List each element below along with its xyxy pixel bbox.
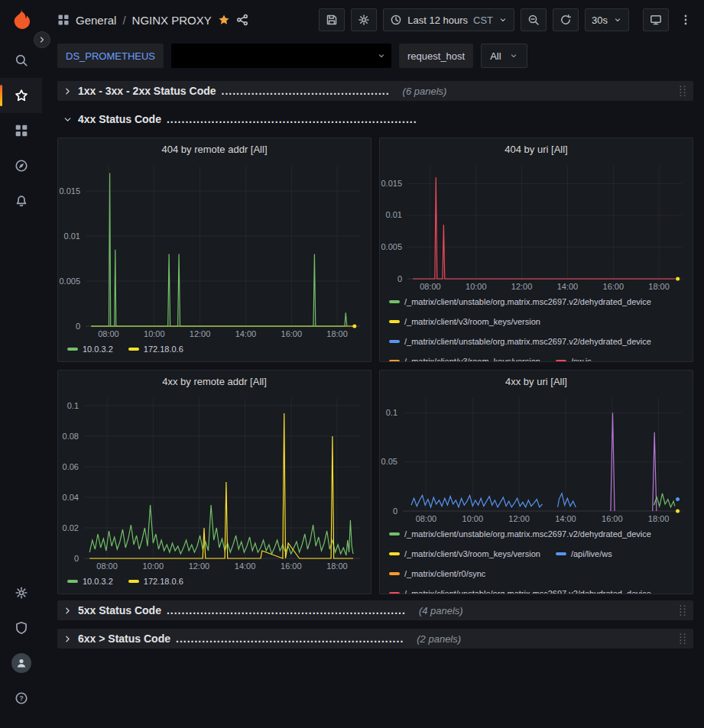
sidebar-expand-button[interactable] (34, 31, 50, 48)
sidebar-nav (0, 43, 42, 218)
drag-dots-icon (677, 84, 688, 98)
favorite-star-button[interactable] (218, 14, 230, 26)
sidebar-item-configuration[interactable] (0, 575, 42, 610)
panel-404-by-uri: 404 by uri [All] 08:0010:0012:0014:0016:… (379, 138, 693, 362)
grafana-logo[interactable] (0, 8, 42, 31)
sidebar-item-search[interactable] (0, 43, 42, 78)
panel-title[interactable]: 4xx by remote addr [All] (58, 370, 371, 392)
legend-item[interactable]: /_matrix/client/r0/sync (389, 568, 485, 580)
legend-series-marker (556, 360, 566, 361)
time-range-picker[interactable]: Last 12 hours CST (383, 8, 514, 31)
chart-4xx-by-remote-addr[interactable]: 08:0010:0012:0014:0016:0018:0000.020.040… (58, 392, 371, 572)
legend-series-marker (389, 340, 400, 343)
panel-title[interactable]: 4xx by uri [All] (380, 370, 693, 392)
sidebar-item-help[interactable]: ? (0, 681, 42, 716)
legend-item[interactable]: /api/live/ws (556, 548, 612, 560)
svg-text:0.08: 0.08 (63, 432, 79, 441)
chart-4xx-by-uri[interactable]: 08:0010:0012:0014:0016:0018:0000.050.1 (380, 392, 693, 525)
request-host-label-text: request_host (407, 50, 465, 62)
svg-text:16:00: 16:00 (281, 561, 302, 571)
gear-icon (358, 14, 370, 26)
avatar (11, 653, 31, 673)
breadcrumb: General / NGINX PROXY (57, 14, 212, 27)
request-host-variable-select[interactable]: All (481, 44, 527, 68)
refresh-dashboard-button[interactable] (553, 8, 579, 31)
svg-text:10:00: 10:00 (144, 329, 165, 338)
legend-item[interactable]: 10.0.3.2 (67, 575, 113, 587)
legend-series-marker (67, 580, 78, 583)
svg-text:0.015: 0.015 (381, 179, 402, 188)
row-drag-handle[interactable] (674, 630, 691, 647)
legend-item[interactable]: /_matrix/client/unstable/org.matrix.msc2… (389, 335, 651, 348)
datasource-variable-label[interactable]: DS_PROMETHEUS (57, 44, 164, 68)
row-5xx[interactable]: 5xx Status Code ........................… (57, 600, 693, 620)
panel-legend: 10.0.3.2172.18.0.6 (58, 340, 371, 361)
legend-item[interactable]: 172.18.0.6 (128, 343, 183, 355)
sidebar-item-alerting[interactable] (0, 183, 42, 218)
row-drag-handle[interactable] (674, 602, 691, 619)
share-dashboard-button[interactable] (236, 14, 248, 26)
help-circle-icon: ? (15, 691, 28, 705)
save-icon (326, 14, 338, 26)
legend-item[interactable]: /_matrix/client/v3/room_keys/version (389, 355, 540, 361)
chart-404-by-uri[interactable]: 08:0010:0012:0014:0016:0018:0000.0050.01… (380, 160, 693, 293)
svg-text:0: 0 (76, 322, 80, 331)
chart-404-by-remote-addr[interactable]: 08:0010:0012:0014:0016:0018:0000.0050.01… (58, 160, 371, 340)
svg-text:0.1: 0.1 (67, 401, 79, 410)
legend-series-label: 172.18.0.6 (144, 575, 183, 587)
shield-icon (15, 621, 28, 635)
refresh-interval-select[interactable]: 30s (585, 8, 629, 31)
zoom-out-time-button[interactable] (521, 8, 547, 31)
svg-text:14:00: 14:00 (555, 514, 576, 523)
panel-grid: 404 by remote addr [All] 08:0010:0012:00… (57, 138, 693, 594)
sidebar-bottom-nav: ? (0, 575, 42, 716)
row-title: 1xx - 3xx - 2xx Status Code (78, 85, 216, 97)
panel-title[interactable]: 404 by remote addr [All] (58, 138, 371, 160)
row-1xx-3xx-2xx[interactable]: 1xx - 3xx - 2xx Status Code ............… (57, 81, 693, 101)
svg-text:18:00: 18:00 (326, 329, 348, 338)
legend-item[interactable]: /sw.js (556, 355, 592, 361)
panel-legend: /_matrix/client/unstable/org.matrix.msc2… (380, 293, 693, 361)
svg-text:12:00: 12:00 (189, 561, 210, 571)
row-drag-handle[interactable] (674, 83, 691, 99)
legend-series-label: /_matrix/client/v3/room_keys/version (404, 315, 540, 328)
breadcrumb-folder[interactable]: General (76, 14, 116, 27)
share-alt-icon (236, 14, 248, 26)
panel-title[interactable]: 404 by uri [All] (380, 138, 693, 160)
legend-item[interactable]: 10.0.3.2 (67, 343, 113, 355)
legend-item[interactable]: /_matrix/client/unstable/org.matrix.msc2… (389, 296, 651, 308)
svg-text:16:00: 16:00 (602, 514, 623, 523)
row-title-leader: ........................................… (167, 604, 406, 616)
cycle-view-mode-button[interactable] (643, 8, 669, 31)
breadcrumb-separator: / (122, 14, 125, 27)
legend-item[interactable]: /_matrix/client/v3/room_keys/version (389, 548, 540, 560)
host-variable-select-redacted[interactable] (171, 44, 391, 68)
row-4xx[interactable]: 4xx Status Code ........................… (57, 110, 693, 128)
sidebar-item-profile[interactable] (0, 645, 42, 681)
sidebar-item-dashboards[interactable] (0, 113, 42, 148)
compass-icon (15, 159, 28, 173)
legend-item[interactable]: /_matrix/client/unstable/org.matrix.msc2… (389, 528, 651, 540)
legend-item[interactable]: 172.18.0.6 (128, 575, 183, 587)
svg-text:0.06: 0.06 (63, 462, 79, 471)
row-6xx[interactable]: 6xx > Status Code ......................… (57, 629, 693, 649)
legend-item[interactable]: /_matrix/client/v3/room_keys/version (389, 315, 540, 328)
panel-legend: /_matrix/client/unstable/org.matrix.msc2… (380, 525, 693, 594)
sidebar-item-starred[interactable] (0, 78, 42, 113)
grafana-flame-icon (10, 8, 33, 31)
sidebar-item-explore[interactable] (0, 148, 42, 183)
kebab-menu-button[interactable] (678, 14, 693, 26)
gear-icon (15, 586, 28, 600)
save-dashboard-button[interactable] (319, 8, 345, 31)
svg-text:12:00: 12:00 (508, 514, 530, 523)
bell-icon (15, 194, 28, 208)
dashboard-settings-button[interactable] (351, 8, 377, 31)
legend-series-marker (128, 348, 139, 351)
svg-text:0: 0 (393, 506, 397, 516)
svg-text:0.02: 0.02 (63, 523, 79, 532)
refresh-interval-value: 30s (592, 15, 608, 26)
legend-series-label: /_matrix/client/unstable/org.matrix.msc2… (404, 528, 651, 540)
legend-item[interactable]: /_matrix/client/unstable/org.matrix.msc2… (389, 587, 651, 594)
sidebar-item-server-admin[interactable] (0, 610, 42, 645)
chevron-down-icon (63, 115, 73, 125)
